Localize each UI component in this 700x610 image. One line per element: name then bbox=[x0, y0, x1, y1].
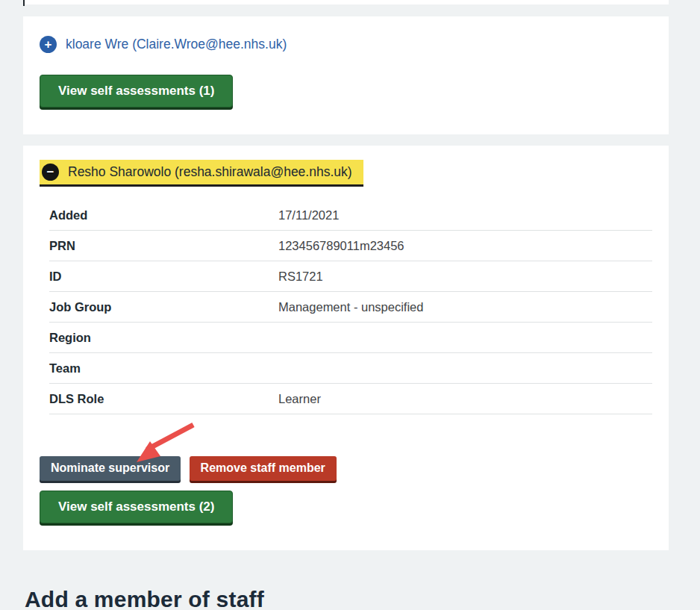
scroll-edge-artifact bbox=[23, 0, 25, 6]
staff-member-toggle-row-expanded[interactable]: − Resho Sharowolo (resha.shirawala@hee.n… bbox=[40, 160, 363, 187]
staff-management-page: { "page": { "heading_add_staff": "Add a … bbox=[0, 0, 700, 610]
detail-value: Management - unspecified bbox=[278, 299, 423, 314]
detail-label: ID bbox=[49, 269, 278, 284]
detail-value: 123456789011m23456 bbox=[278, 238, 404, 253]
plus-glyph: + bbox=[45, 38, 52, 51]
staff-card-kloare: + kloare Wre (Claire.Wroe@hee.nhs.uk) Vi… bbox=[23, 16, 669, 134]
add-staff-heading: Add a member of staff bbox=[25, 588, 264, 610]
nominate-supervisor-button[interactable]: Nominate supervisor bbox=[40, 456, 181, 481]
detail-label: Job Group bbox=[49, 299, 278, 314]
staff-card-resho: − Resho Sharowolo (resha.shirawala@hee.n… bbox=[23, 146, 669, 550]
staff-member-link[interactable]: Resho Sharowolo (resha.shirawala@hee.nhs… bbox=[68, 164, 352, 180]
detail-row-prn: PRN 123456789011m23456 bbox=[49, 231, 652, 261]
plus-icon[interactable]: + bbox=[40, 36, 57, 53]
staff-details-table: Added 17/11/2021 PRN 123456789011m23456 … bbox=[49, 200, 652, 414]
detail-label: DLS Role bbox=[49, 391, 278, 406]
staff-member-toggle-row[interactable]: + kloare Wre (Claire.Wroe@hee.nhs.uk) bbox=[40, 36, 287, 53]
remove-staff-member-button[interactable]: Remove staff member bbox=[190, 456, 337, 481]
detail-label: Added bbox=[49, 208, 278, 222]
view-self-assessments-button[interactable]: View self assessments (2) bbox=[40, 491, 233, 523]
detail-value: Learner bbox=[278, 391, 321, 406]
detail-value: RS1721 bbox=[278, 269, 323, 284]
detail-row-team: Team bbox=[49, 353, 652, 384]
detail-row-added: Added 17/11/2021 bbox=[49, 200, 652, 231]
detail-row-id: ID RS1721 bbox=[49, 261, 652, 292]
previous-card-bottom-edge bbox=[23, 0, 669, 4]
minus-icon[interactable]: − bbox=[42, 164, 59, 181]
staff-member-link[interactable]: kloare Wre (Claire.Wroe@hee.nhs.uk) bbox=[66, 37, 287, 52]
detail-label: Team bbox=[49, 361, 278, 376]
detail-value: 17/11/2021 bbox=[278, 208, 339, 222]
detail-row-job-group: Job Group Management - unspecified bbox=[49, 292, 652, 323]
detail-row-dls-role: DLS Role Learner bbox=[49, 384, 652, 414]
minus-glyph: − bbox=[47, 166, 54, 178]
staff-action-buttons: Nominate supervisor Remove staff member bbox=[40, 456, 652, 481]
view-self-assessments-button[interactable]: View self assessments (1) bbox=[40, 75, 233, 108]
detail-label: Region bbox=[49, 330, 278, 345]
detail-row-region: Region bbox=[49, 323, 652, 353]
detail-label: PRN bbox=[49, 238, 278, 253]
